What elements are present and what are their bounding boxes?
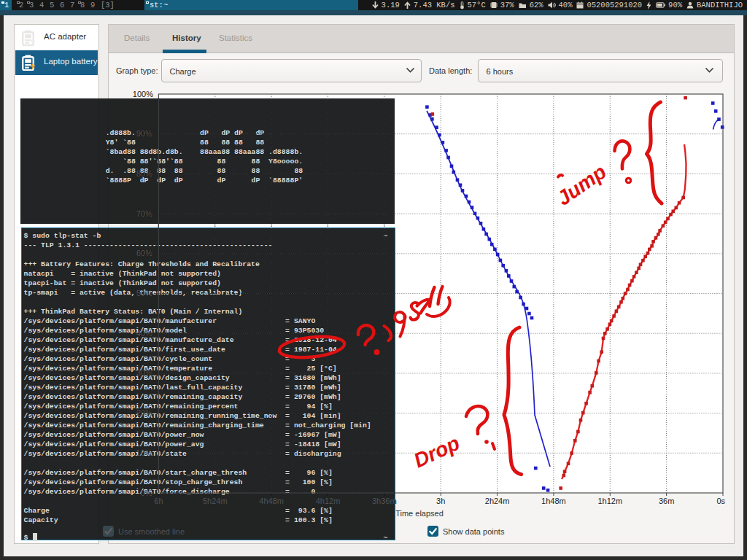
svg-text:Drop: Drop xyxy=(410,432,462,472)
svg-text:Jump: Jump xyxy=(553,160,611,210)
